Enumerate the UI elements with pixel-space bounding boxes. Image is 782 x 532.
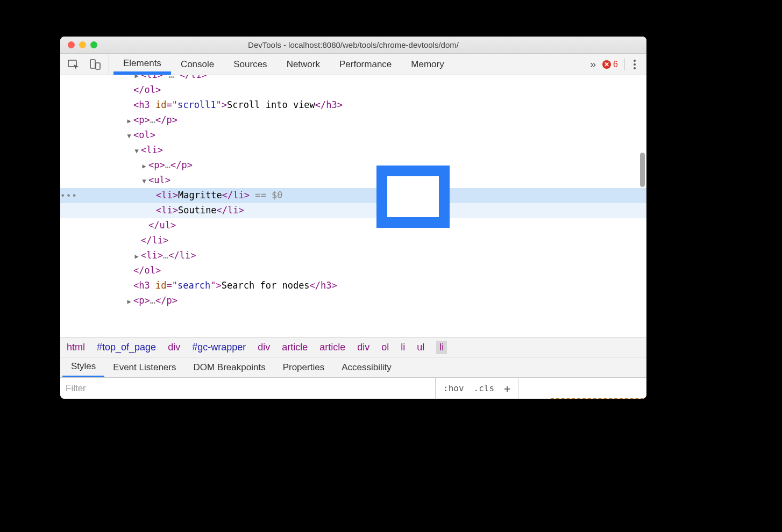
- dom-row[interactable]: </ol>: [60, 83, 646, 98]
- dom-row-content: ▼<li>: [73, 142, 163, 159]
- tab-sources[interactable]: Sources: [224, 54, 276, 75]
- crumb-article[interactable]: article: [282, 342, 308, 353]
- window-title: DevTools - localhost:8080/web/tools/chro…: [60, 40, 646, 49]
- cls-toggle[interactable]: .cls: [474, 383, 495, 393]
- dom-row[interactable]: ▼<ol>: [60, 128, 646, 143]
- tabs-right-tools: » ✕ 6: [581, 54, 646, 75]
- error-badge[interactable]: ✕ 6: [602, 60, 618, 69]
- subpanel-tabs: StylesEvent ListenersDOM BreakpointsProp…: [60, 357, 646, 377]
- tab-performance[interactable]: Performance: [330, 54, 401, 75]
- minimize-icon[interactable]: [79, 41, 86, 48]
- crumb-li[interactable]: li: [401, 342, 405, 353]
- crumb-top_of_page[interactable]: #top_of_page: [97, 342, 156, 353]
- crumb-html[interactable]: html: [67, 342, 85, 353]
- styles-filter-input[interactable]: [66, 383, 430, 394]
- divider: [624, 59, 625, 70]
- dom-row[interactable]: ▼<ul>: [60, 173, 646, 188]
- crumb-ol[interactable]: ol: [381, 342, 389, 353]
- error-icon: ✕: [602, 60, 611, 69]
- crumb-div[interactable]: div: [258, 342, 270, 353]
- subtab-accessibility[interactable]: Accessibility: [333, 357, 400, 377]
- dom-row-content: ▶<p>…</p>: [73, 157, 193, 174]
- titlebar: DevTools - localhost:8080/web/tools/chro…: [60, 37, 646, 54]
- dom-row-content: <li>Soutine</li>: [73, 203, 244, 219]
- dom-row[interactable]: ▶<p>…</p>: [60, 158, 646, 173]
- box-model-preview: [518, 378, 646, 399]
- inspect-element-icon[interactable]: [68, 59, 80, 70]
- dom-row[interactable]: ▶<li> … </li>: [60, 75, 646, 83]
- maximize-icon[interactable]: [90, 41, 97, 48]
- dom-row[interactable]: </li>: [60, 233, 646, 248]
- dom-row[interactable]: <li>Soutine</li>: [60, 203, 646, 218]
- dom-row[interactable]: <h3 id="search">Search for nodes</h3>: [60, 278, 646, 293]
- dom-row-content: ▶<li> … </li>: [73, 75, 207, 83]
- highlight-overlay-icon: [376, 166, 450, 228]
- more-tabs-icon[interactable]: »: [590, 58, 596, 70]
- dom-row-content: <h3 id="scroll1">Scroll into view</h3>: [73, 97, 343, 113]
- traffic-lights: [68, 41, 97, 48]
- tab-network[interactable]: Network: [277, 54, 330, 75]
- tab-console[interactable]: Console: [171, 54, 224, 75]
- tabs-left-tools: [60, 54, 109, 75]
- crumb-ul[interactable]: ul: [417, 342, 424, 353]
- crumb-li[interactable]: li: [436, 341, 447, 354]
- row-gutter: •••: [60, 188, 73, 204]
- styles-filter-wrap: [60, 378, 436, 399]
- scrollbar-thumb[interactable]: [640, 153, 645, 187]
- main-tabs-row: ElementsConsoleSourcesNetworkPerformance…: [60, 54, 646, 75]
- dom-row-content: </ul>: [73, 218, 176, 234]
- crumb-article[interactable]: article: [319, 342, 345, 353]
- subtab-event-listeners[interactable]: Event Listeners: [104, 357, 184, 377]
- close-icon[interactable]: [68, 41, 75, 48]
- error-count: 6: [613, 60, 618, 69]
- dom-row[interactable]: ▶<p>…</p>: [60, 113, 646, 128]
- dom-row-content: ▶<p>…</p>: [73, 293, 177, 309]
- hov-toggle[interactable]: :hov: [443, 383, 464, 393]
- dom-row[interactable]: ▼<li>: [60, 143, 646, 158]
- svg-rect-1: [90, 60, 95, 68]
- subtab-properties[interactable]: Properties: [274, 357, 333, 377]
- dom-row-content: ▶<li>…</li>: [73, 248, 196, 264]
- dom-row-content: <h3 id="search">Search for nodes</h3>: [73, 278, 337, 294]
- subtab-dom-breakpoints[interactable]: DOM Breakpoints: [184, 357, 274, 377]
- dom-row[interactable]: </ol>: [60, 263, 646, 278]
- dom-row-content: </ol>: [73, 82, 161, 98]
- dom-row-content: ▶<p>…</p>: [73, 112, 177, 128]
- devtools-window: DevTools - localhost:8080/web/tools/chro…: [60, 37, 646, 399]
- svg-rect-2: [96, 63, 100, 69]
- main-tabs: ElementsConsoleSourcesNetworkPerformance…: [109, 54, 581, 75]
- dom-tree[interactable]: ▶<li> … </li> </ol> <h3 id="scroll1">Scr…: [60, 75, 646, 337]
- dom-row-content: </ol>: [73, 263, 161, 279]
- tab-memory[interactable]: Memory: [401, 54, 453, 75]
- dom-row-content: ▼<ol>: [73, 127, 155, 143]
- dom-row[interactable]: </ul>: [60, 218, 646, 233]
- dom-row[interactable]: <h3 id="scroll1">Scroll into view</h3>: [60, 98, 646, 113]
- crumb-div[interactable]: div: [168, 342, 180, 353]
- dom-row[interactable]: ••• <li>Magritte</li> == $0: [60, 188, 646, 203]
- styles-quick-tools: :hov .cls +: [436, 378, 518, 399]
- dom-row-content: <li>Magritte</li> == $0: [73, 188, 282, 204]
- styles-toolbar: :hov .cls +: [60, 377, 646, 399]
- crumb-gc-wrapper[interactable]: #gc-wrapper: [192, 342, 246, 353]
- settings-menu-icon[interactable]: [631, 57, 638, 71]
- crumb-div[interactable]: div: [357, 342, 369, 353]
- subtab-styles[interactable]: Styles: [62, 357, 104, 377]
- dom-row[interactable]: ▶<li>…</li>: [60, 248, 646, 263]
- dom-row[interactable]: ▶<p>…</p>: [60, 293, 646, 308]
- breadcrumb: html#top_of_pagediv#gc-wrapperdivarticle…: [60, 337, 646, 357]
- tab-elements[interactable]: Elements: [113, 54, 171, 75]
- new-style-rule-icon[interactable]: +: [504, 382, 510, 395]
- elements-panel: ▶<li> … </li> </ol> <h3 id="scroll1">Scr…: [60, 75, 646, 337]
- toggle-device-icon[interactable]: [89, 59, 101, 70]
- dom-row-content: </li>: [73, 233, 168, 249]
- dom-row-content: ▼<ul>: [73, 172, 170, 189]
